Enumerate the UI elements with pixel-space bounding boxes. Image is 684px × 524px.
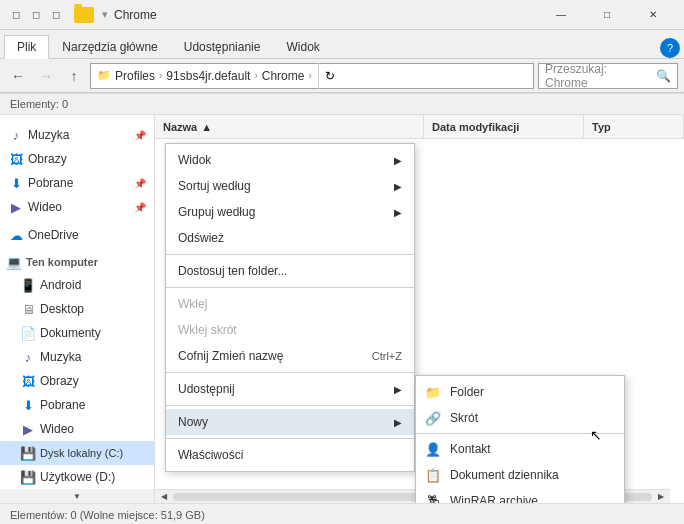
- sidebar-label-muzyka2: Muzyka: [40, 350, 81, 364]
- sidebar-ten-komputer-header: 💻 Ten komputer: [0, 251, 154, 273]
- forward-button[interactable]: →: [34, 64, 58, 88]
- col-typ-label: Typ: [592, 121, 611, 133]
- search-bar[interactable]: Przeszukaj: Chrome 🔍: [538, 63, 678, 89]
- breadcrumb-default[interactable]: 91sbs4jr.default: [166, 69, 250, 83]
- journal-sub-icon: 📋: [424, 466, 442, 484]
- sidebar-label-android: Android: [40, 278, 81, 292]
- ctx-widok[interactable]: Widok ▶: [166, 147, 414, 173]
- up-button[interactable]: ↑: [62, 64, 86, 88]
- sidebar-item-obrazy[interactable]: 🖼 Obrazy: [0, 147, 154, 171]
- breadcrumb-chrome[interactable]: Chrome: [262, 69, 305, 83]
- sub-kontakt[interactable]: 👤 Kontakt: [416, 436, 624, 462]
- status-top-text: Elementy: 0: [10, 98, 68, 110]
- breadcrumb-profiles[interactable]: Profiles: [115, 69, 155, 83]
- sub-sep1: [416, 433, 624, 434]
- contact-sub-icon: 👤: [424, 440, 442, 458]
- sidebar-label-pobrane: Pobrane: [28, 176, 73, 190]
- scroll-right-button[interactable]: ▶: [654, 490, 668, 504]
- sidebar-label-onedrive: OneDrive: [28, 228, 79, 242]
- images2-icon: 🖼: [20, 374, 36, 389]
- sidebar-item-dysk-c[interactable]: 💾 Dysk lokalny (C:): [0, 441, 154, 465]
- col-header-nazwa[interactable]: Nazwa ▲: [155, 115, 424, 138]
- sidebar-label-muzyka: Muzyka: [28, 128, 69, 142]
- ctx-nowy[interactable]: Nowy ▶: [166, 409, 414, 435]
- ctx-widok-label: Widok: [178, 153, 211, 167]
- maximize-button[interactable]: □: [584, 0, 630, 30]
- shortcut-sub-icon: 🔗: [424, 409, 442, 427]
- sidebar-item-wideo[interactable]: ▶ Wideo 📌: [0, 195, 154, 219]
- sep2: ›: [254, 70, 257, 81]
- tab-udostepnianie[interactable]: Udostępnianie: [171, 34, 274, 58]
- ctx-sep2: [166, 287, 414, 288]
- ctx-wklej-label: Wklej: [178, 297, 207, 311]
- ctx-dostosuj-label: Dostosuj ten folder...: [178, 264, 287, 278]
- ctx-nowy-label: Nowy: [178, 415, 208, 429]
- sidebar-item-wideo2[interactable]: ▶ Wideo: [0, 417, 154, 441]
- ctx-sortuj[interactable]: Sortuj według ▶: [166, 173, 414, 199]
- window-icon-3: ◻: [48, 7, 64, 23]
- sidebar-item-obrazy2[interactable]: 🖼 Obrazy: [0, 369, 154, 393]
- sidebar-item-pobrane2[interactable]: ⬇ Pobrane: [0, 393, 154, 417]
- sidebar-item-muzyka2[interactable]: ♪ Muzyka: [0, 345, 154, 369]
- help-button[interactable]: ?: [660, 38, 680, 58]
- ctx-wlasciwosci[interactable]: Właściwości: [166, 442, 414, 468]
- tab-widok[interactable]: Widok: [273, 34, 332, 58]
- sub-winrar-label: WinRAR archive: [450, 494, 538, 503]
- sub-skrot[interactable]: 🔗 Skrót: [416, 405, 624, 431]
- sidebar-item-android[interactable]: 📱 Android: [0, 273, 154, 297]
- tab-narzedzia[interactable]: Narzędzia główne: [49, 34, 170, 58]
- ctx-dostosuj[interactable]: Dostosuj ten folder...: [166, 258, 414, 284]
- address-bar[interactable]: 📁 Profiles › 91sbs4jr.default › Chrome ›…: [90, 63, 534, 89]
- col-nazwa-arrow: ▲: [201, 121, 212, 133]
- status-bar-bottom: Elementów: 0 (Wolne miejsce: 51,9 GB): [0, 503, 684, 524]
- sidebar-item-pobrane[interactable]: ⬇ Pobrane 📌: [0, 171, 154, 195]
- col-nazwa-label: Nazwa: [163, 121, 197, 133]
- window-icon-1: ◻: [8, 7, 24, 23]
- back-button[interactable]: ←: [6, 64, 30, 88]
- folder-sub-icon: 📁: [424, 383, 442, 401]
- android-icon: 📱: [20, 278, 36, 293]
- sidebar-label-desktop: Desktop: [40, 302, 84, 316]
- sidebar-item-muzyka[interactable]: ♪ Muzyka 📌: [0, 123, 154, 147]
- ctx-sep1: [166, 254, 414, 255]
- sidebar-label-dokumenty: Dokumenty: [40, 326, 101, 340]
- ctx-odswierz[interactable]: Odśwież: [166, 225, 414, 251]
- sub-dok-dziennika[interactable]: 📋 Dokument dziennika: [416, 462, 624, 488]
- ctx-odswierz-label: Odśwież: [178, 231, 224, 245]
- sidebar-item-dysk-d[interactable]: 💾 Użytkowe (D:): [0, 465, 154, 489]
- ctx-cofnij[interactable]: Cofnij Zmień nazwę Ctrl+Z: [166, 343, 414, 369]
- ctx-sep3: [166, 372, 414, 373]
- ctx-sortuj-label: Sortuj według: [178, 179, 251, 193]
- ctx-sep5: [166, 438, 414, 439]
- ctx-wklej-skrot-label: Wklej skrót: [178, 323, 237, 337]
- sub-dok-dziennika-label: Dokument dziennika: [450, 468, 559, 482]
- col-header-typ[interactable]: Typ: [584, 115, 684, 138]
- scroll-left-button[interactable]: ◀: [157, 490, 171, 504]
- sidebar-label-pobrane2: Pobrane: [40, 398, 85, 412]
- pc-icon: 💻: [6, 255, 22, 270]
- sidebar-item-onedrive[interactable]: ☁ OneDrive: [0, 223, 154, 247]
- video-icon: ▶: [8, 200, 24, 215]
- minimize-button[interactable]: —: [538, 0, 584, 30]
- refresh-button[interactable]: ↻: [318, 63, 342, 89]
- music2-icon: ♪: [20, 350, 36, 365]
- ctx-cofnij-shortcut: Ctrl+Z: [372, 350, 402, 362]
- col-header-data[interactable]: Data modyfikacji: [424, 115, 584, 138]
- close-button[interactable]: ✕: [630, 0, 676, 30]
- sidebar-item-desktop[interactable]: 🖥 Desktop: [0, 297, 154, 321]
- window-title: Chrome: [114, 8, 538, 22]
- tab-plik[interactable]: Plik: [4, 35, 49, 59]
- ctx-wklej[interactable]: Wklej: [166, 291, 414, 317]
- ctx-udostepnij-arrow: ▶: [394, 384, 402, 395]
- sidebar-scroll-down[interactable]: ▼: [0, 489, 154, 503]
- col-data-label: Data modyfikacji: [432, 121, 519, 133]
- ctx-wklej-skrot[interactable]: Wklej skrót: [166, 317, 414, 343]
- ribbon-tabs: Plik Narzędzia główne Udostępnianie Wido…: [0, 30, 684, 58]
- sub-winrar[interactable]: 🗜 WinRAR archive: [416, 488, 624, 503]
- disk-d-icon: 💾: [20, 470, 36, 485]
- sub-folder[interactable]: 📁 Folder: [416, 379, 624, 405]
- ctx-grupuj[interactable]: Grupuj według ▶: [166, 199, 414, 225]
- sidebar-item-dokumenty[interactable]: 📄 Dokumenty: [0, 321, 154, 345]
- search-placeholder: Przeszukaj: Chrome: [545, 62, 652, 90]
- ctx-udostepnij[interactable]: Udostępnij ▶: [166, 376, 414, 402]
